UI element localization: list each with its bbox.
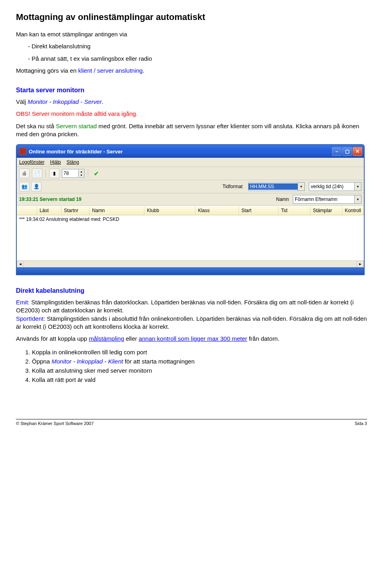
- para-status-green: Det ska nu stå Servern startad med grönt…: [16, 122, 367, 139]
- page-footer: © Stephan Krämer Sport Software 2007 Sid…: [16, 419, 367, 426]
- user-button-1[interactable]: 👥: [19, 182, 30, 191]
- h-scrollbar[interactable]: ◄ ►: [17, 260, 364, 267]
- section-start-server: Starta server monitorn: [16, 87, 367, 94]
- list-item: Kolla att anslutning sker med server mon…: [32, 367, 367, 374]
- bullet-1: - Direkt kabelanslutning: [28, 42, 367, 50]
- chevron-down-icon[interactable]: ▼: [354, 183, 361, 191]
- toolbar-2: 👥 👤 Tidformat HH.MM.SS ▼ verklig tid (24…: [17, 180, 364, 193]
- log-line: *** 19:34:02 Anslutning etablerad med: P…: [17, 215, 364, 223]
- menu-close[interactable]: Stäng: [67, 159, 79, 165]
- app-icon: [19, 148, 26, 155]
- col-klubb[interactable]: Klubb: [144, 206, 195, 215]
- window-titlebar: Online monitor för sträcktider - Server …: [17, 145, 364, 158]
- log-area: *** 19:34:02 Anslutning etablerad med: P…: [17, 215, 364, 267]
- intro: Man kan ta emot stämplingar antingen via: [16, 30, 367, 38]
- toolbar: 🖨 📄 ▮ ▲ ▼ ✔: [17, 167, 364, 180]
- col-start[interactable]: Start: [239, 206, 278, 215]
- para-usage: Används för att koppla upp målstämpling …: [16, 335, 367, 343]
- tidformat-label: Tidformat: [223, 184, 243, 189]
- chevron-down-icon[interactable]: ▼: [298, 183, 304, 191]
- col-stamplar[interactable]: Stämplar: [310, 206, 342, 215]
- menu-logg[interactable]: Loggfönster: [19, 159, 44, 165]
- para-select: Välj Monitor - Inkopplad - Server.: [16, 98, 367, 106]
- footer-copyright: © Stephan Krämer Sport Software 2007: [16, 421, 94, 426]
- list-item: Koppla in onlinekontrollen till ledig co…: [32, 349, 367, 356]
- server-monitor-window: Online monitor för sträcktider - Server …: [16, 144, 365, 275]
- server-status: 19:33:21 Servern startad 19: [19, 197, 81, 202]
- link-other-control[interactable]: annan kontroll som ligger max 300 meter: [139, 335, 247, 342]
- user-button-2[interactable]: 👤: [31, 182, 41, 191]
- rainbow-button[interactable]: ▮: [49, 169, 59, 178]
- close-button[interactable]: ✕: [353, 147, 362, 156]
- scroll-right-button[interactable]: ►: [357, 260, 364, 267]
- intro-2: Mottagning görs via en klient / server a…: [16, 67, 367, 75]
- steps-list: Koppla in onlinekontrollen till ledig co…: [16, 349, 367, 383]
- table-header: Läst Startnr Namn Klubb Klass Start Tid …: [17, 206, 364, 215]
- col-startnr[interactable]: Startnr: [61, 206, 89, 215]
- nud-input[interactable]: [62, 170, 78, 177]
- realtime-combo[interactable]: verklig tid (24h) ▼: [309, 182, 361, 191]
- tidformat-combo[interactable]: HH.MM.SS ▼: [248, 182, 305, 191]
- separator: [88, 169, 88, 178]
- nud-up[interactable]: ▲: [78, 170, 84, 173]
- col-namn[interactable]: Namn: [90, 206, 145, 215]
- menu-help[interactable]: Hjälp: [50, 159, 61, 165]
- nud-down[interactable]: ▼: [78, 173, 84, 177]
- para-emit-sportident: Emit: Stämplingstiden beräknas från dato…: [16, 298, 367, 331]
- print-button[interactable]: 🖨: [19, 169, 30, 178]
- chevron-down-icon[interactable]: ▼: [354, 195, 361, 203]
- number-updown[interactable]: ▲ ▼: [62, 169, 85, 178]
- name-combo[interactable]: Förnamn Efternamn ▼: [293, 195, 361, 204]
- col-klass[interactable]: Klass: [195, 206, 239, 215]
- page-title: Mottagning av onlinestämplingar automati…: [16, 12, 367, 22]
- list-item: Öppna Monitor - Inkopplad - Klient för a…: [32, 358, 367, 365]
- status-line: 19:33:21 Servern startad 19 Namn Förnamn…: [17, 193, 364, 206]
- namn-label: Namn: [276, 197, 289, 202]
- bullet-2: - På annat sätt, t ex via samlingsbox el…: [28, 55, 367, 63]
- minimize-button[interactable]: –: [332, 147, 342, 156]
- separator: [45, 169, 46, 178]
- menubar: Loggfönster Hjälp Stäng: [17, 158, 364, 167]
- doc-button[interactable]: 📄: [32, 169, 42, 178]
- window-bottom-border: [17, 267, 364, 274]
- list-item: Kolla att rätt port är vald: [32, 376, 367, 383]
- col-last[interactable]: Läst: [37, 206, 61, 215]
- warning-obs: OBS! Server monitorn måste alltid vara i…: [16, 110, 367, 118]
- footer-page: Sida 3: [355, 421, 367, 426]
- col-kontroll[interactable]: Kontroll: [342, 206, 364, 215]
- scroll-left-button[interactable]: ◄: [17, 260, 24, 267]
- col-tid[interactable]: Tid: [278, 206, 310, 215]
- section-direct-cable: Direkt kabelanslutning: [16, 287, 367, 294]
- maximize-button[interactable]: ▢: [342, 147, 352, 156]
- window-title: Online monitor för sträcktider - Server: [29, 149, 332, 155]
- check-icon[interactable]: ✔: [91, 169, 101, 178]
- link-malstampling[interactable]: målstämpling: [89, 335, 124, 342]
